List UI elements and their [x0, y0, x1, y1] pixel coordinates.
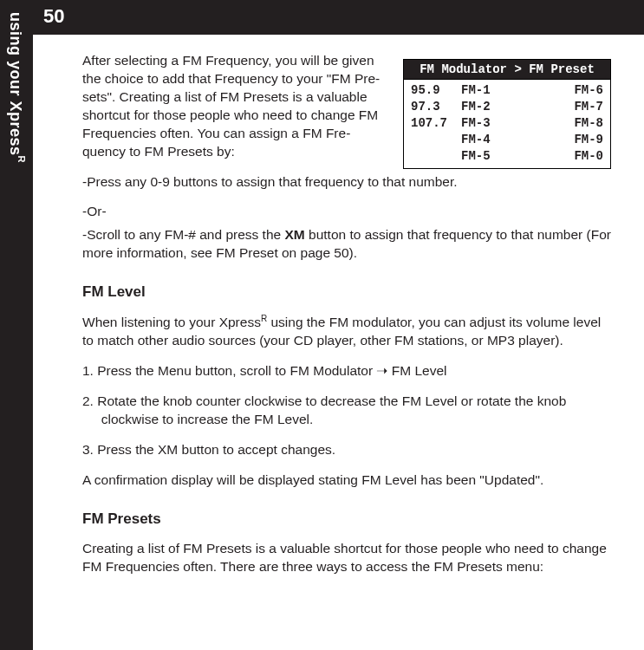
text: 3. Press the [82, 442, 158, 457]
fm-level-intro: When listening to your XpressR using the… [82, 313, 611, 350]
fm-preset-cell: FM-2 [461, 99, 525, 115]
arrow-icon: ➝ [373, 363, 392, 378]
intro-paragraph-4: -Scroll to any FM-# and press the XM but… [82, 226, 611, 263]
fm-preset-cell: FM-5 [461, 148, 525, 165]
sidebar-title-text: using your Xpress [7, 12, 24, 156]
xm-label: XM [158, 442, 178, 457]
fm-level-label: FM Level [392, 363, 447, 378]
text: When listening to your Xpress [82, 315, 261, 329]
fm-level-heading: FM Level [82, 283, 611, 301]
fm-modulator-label: FM Modulator [290, 363, 374, 378]
fm-table-col-freq: 95.9 97.3 107.7 [404, 80, 454, 168]
fm-preset-cell: FM-3 [461, 115, 525, 132]
intro-or: -Or- [82, 203, 611, 221]
fm-table-col-a: FM-1 FM-2 FM-3 FM-4 FM-5 [454, 80, 532, 168]
text: button to accept changes. [178, 442, 335, 457]
fm-level-step-1: 1. Press the Menu button, scroll to FM M… [82, 362, 611, 380]
fm-level-confirm: A confirmation display will be displayed… [82, 471, 611, 490]
content-area: FM Modulator > FM Preset 95.9 97.3 107.7… [82, 52, 611, 588]
fm-table-body: 95.9 97.3 107.7 FM-1 FM-2 FM-3 FM-4 FM-5 [404, 80, 610, 168]
fm-preset-cell: FM-6 [539, 82, 603, 99]
text: 1. Press the [82, 363, 158, 378]
text: -Scroll to any FM-# and press the [82, 227, 284, 242]
page-number: 50 [43, 5, 64, 28]
fm-freq-cell: 107.7 [411, 115, 447, 132]
fm-preset-table: FM Modulator > FM Preset 95.9 97.3 107.7… [403, 59, 611, 169]
page-header-bar: 50 [33, 0, 644, 35]
menu-label: Menu [158, 363, 192, 378]
fm-preset-cell: FM-7 [539, 99, 603, 115]
sidebar-title-sup: R [16, 156, 27, 163]
fm-preset-cell: FM-4 [461, 132, 525, 148]
fm-preset-cell: FM-9 [539, 132, 603, 148]
fm-level-step-2: 2. Rotate the knob counter clockwise to … [82, 393, 611, 429]
fm-preset-cell: FM-1 [461, 82, 525, 99]
fm-presets-heading: FM Presets [82, 510, 611, 528]
fm-level-step-3: 3. Press the XM button to accept changes… [82, 441, 611, 459]
intro-paragraph-2: -Press any 0-9 buttons to assign that fr… [82, 173, 611, 192]
fm-table-col-b: FM-6 FM-7 FM-8 FM-9 FM-0 [532, 80, 610, 168]
fm-presets-paragraph: Creating a list of FM Presets is a valua… [82, 540, 611, 576]
fm-freq-cell: 95.9 [411, 82, 447, 99]
intro-block: FM Modulator > FM Preset 95.9 97.3 107.7… [82, 52, 611, 226]
page-root: using your XpressR 50 FM Modulator > FM … [0, 0, 644, 650]
text: button, scroll to [192, 363, 290, 378]
fm-table-title: FM Modulator > FM Preset [404, 60, 610, 80]
sidebar: using your XpressR [0, 0, 33, 650]
xm-label: XM [284, 227, 304, 242]
fm-freq-cell: 97.3 [411, 99, 447, 115]
fm-preset-cell: FM-8 [539, 115, 603, 132]
fm-preset-cell: FM-0 [539, 148, 603, 165]
sidebar-title: using your XpressR [6, 12, 27, 163]
